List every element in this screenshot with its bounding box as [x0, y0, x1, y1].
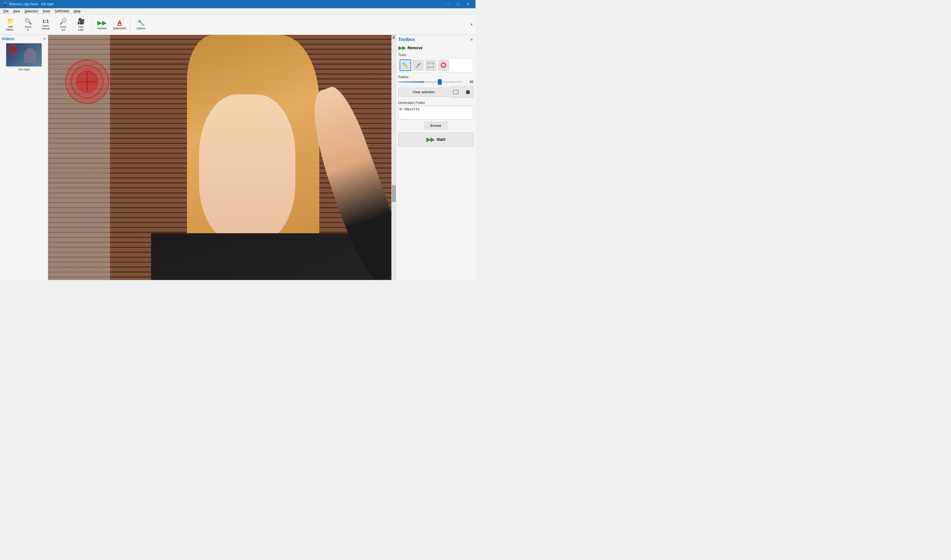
title-bar: 🎬 Remove Logo Now! - Girl.mp4 − □ ✕ — [0, 0, 476, 8]
video-main: ▲ ▼ — [48, 35, 396, 280]
start-label: Start — [437, 137, 446, 142]
menu-bar: File View Selection Tools SoftOrbits Hel… — [0, 8, 476, 14]
minimize-button[interactable]: − — [443, 0, 453, 8]
zoom-normal-label: Zoomnormal — [42, 25, 49, 30]
vscroll-thumb[interactable] — [392, 185, 396, 202]
zoom-in-icon: 🔍 — [25, 18, 32, 25]
video-file-label: Girl.mp4 — [2, 68, 46, 71]
options-icon: 🔧 — [137, 19, 145, 26]
video-scrollbar-vertical[interactable]: ▲ ▼ — [391, 35, 396, 280]
radius-label: Radius — [398, 75, 473, 79]
find-logo-icon: 🎥 — [77, 18, 85, 25]
selection-row: Clear selection ⬛ — [398, 87, 473, 98]
menu-selection[interactable]: Selection — [22, 9, 40, 14]
tools-row: ✏️ 🖌️ ⭕ — [398, 58, 473, 72]
tools-label: Tools — [398, 53, 473, 57]
find-logo-button[interactable]: 🎥 FindLogo — [72, 16, 89, 34]
dest-folder-label: Destination Folder — [398, 101, 473, 105]
zoom-in-button[interactable]: 🔍 Zoomin — [20, 16, 36, 34]
remove-button[interactable]: ▶▶ Remove — [94, 16, 110, 34]
browse-button[interactable]: Browse — [424, 122, 447, 129]
remove-icon: ▶▶ — [97, 19, 107, 26]
videos-panel: Videos ✕ Girl.mp4 — [0, 35, 48, 280]
logo-overlay — [65, 60, 109, 104]
lasso-icon: ⭕ — [440, 62, 446, 68]
toolbox-panel: Toolbox ✕ ▶▶ Remove Tools ✏️ 🖌️ ⭕ — [396, 35, 476, 280]
toolbox-title: Toolbox — [398, 37, 415, 42]
toolbox-close-button[interactable]: ✕ — [470, 37, 473, 42]
videos-panel-close[interactable]: ✕ — [43, 37, 46, 41]
menu-help[interactable]: Help — [71, 9, 83, 14]
video-canvas[interactable] — [48, 35, 391, 280]
menu-file[interactable]: File — [1, 9, 11, 14]
find-logo-label: FindLogo — [78, 26, 84, 31]
zoom-normal-button[interactable]: 1:1 Zoomnormal — [37, 16, 54, 34]
main-layout: Videos ✕ Girl.mp4 — [0, 35, 476, 280]
menu-view[interactable]: View — [11, 9, 22, 14]
remove-section-label: Remove — [408, 46, 422, 50]
app-icon: 🎬 — [3, 2, 8, 6]
options-label: Options — [136, 27, 145, 30]
menu-tools[interactable]: Tools — [40, 9, 52, 14]
watermarks-button[interactable]: A Watermarks — [111, 16, 128, 34]
zoom-out-label: Zoomout — [60, 26, 66, 31]
add-files-button[interactable]: 📁 AddFile(s)... — [2, 16, 19, 34]
remove-label: Remove — [97, 27, 107, 30]
toolbar: 📁 AddFile(s)... 🔍 Zoomin 1:1 Zoomnormal … — [0, 14, 476, 35]
window-title: Remove Logo Now! - Girl.mp4 — [9, 2, 53, 6]
radius-row: 65 — [398, 80, 473, 84]
rect-select-icon — [428, 63, 434, 68]
title-content: 🎬 Remove Logo Now! - Girl.mp4 — [3, 2, 53, 6]
options-button[interactable]: 🔧 Options — [132, 16, 149, 34]
zoom-in-label: Zoomin — [25, 26, 31, 31]
add-files-label: AddFile(s)... — [6, 25, 15, 31]
vscroll-track[interactable] — [392, 39, 396, 280]
start-arrow-icon: ▶▶ — [426, 136, 434, 143]
pencil-icon: ✏️ — [402, 62, 408, 68]
radius-value: 65 — [465, 80, 473, 84]
clear-selection-button[interactable]: Clear selection — [398, 88, 449, 97]
toolbox-section-remove: ▶▶ Remove — [398, 45, 473, 51]
eraser-icon: 🖌️ — [415, 63, 421, 68]
panel-header: Videos ✕ — [2, 37, 46, 41]
start-button[interactable]: ▶▶ Start — [398, 132, 473, 146]
destination-folder-section: Destination Folder D:\Results Browse — [398, 101, 473, 129]
watermarks-label: Watermarks — [113, 27, 126, 30]
zoom-out-button[interactable]: 🔍 Zoomout — [55, 16, 71, 34]
select-all-frames-icon: ⬛ — [466, 90, 470, 94]
radius-slider[interactable] — [398, 82, 463, 83]
menu-softorbits[interactable]: SoftOrbits — [52, 9, 71, 14]
toolbar-separator-1 — [91, 18, 92, 31]
watermarks-icon: A — [117, 19, 122, 26]
pencil-tool-button[interactable]: ✏️ — [400, 59, 411, 71]
window-controls: − □ ✕ — [443, 0, 473, 8]
video-thumbnail[interactable] — [6, 43, 42, 66]
zoom-out-icon: 🔍 — [60, 18, 67, 25]
rect-select-tool-button[interactable] — [425, 59, 437, 71]
select-all-frames-button[interactable]: ⬛ — [462, 87, 473, 98]
logo-cross — [76, 71, 98, 93]
thumbnail-inner — [6, 43, 42, 66]
video-area-wrapper: ▲ ▼ ◀ ▶ — [48, 35, 396, 280]
close-button[interactable]: ✕ — [463, 0, 473, 8]
maximize-button[interactable]: □ — [453, 0, 463, 8]
eraser-tool-button[interactable]: 🖌️ — [412, 59, 424, 71]
vscroll-up-btn[interactable]: ▲ — [392, 35, 396, 39]
radius-section: Radius 65 — [398, 75, 473, 84]
videos-panel-title: Videos — [2, 37, 14, 41]
dest-folder-input[interactable]: D:\Results — [398, 106, 473, 120]
add-files-icon: 📁 — [7, 18, 14, 25]
select-frame-icon — [453, 90, 459, 94]
zoom-normal-icon: 1:1 — [42, 19, 49, 24]
toolbox-header: Toolbox ✕ — [398, 37, 473, 42]
select-frame-button[interactable] — [450, 87, 461, 98]
lasso-tool-button[interactable]: ⭕ — [437, 59, 449, 71]
remove-section-arrow: ▶▶ — [398, 45, 406, 51]
toolbar-collapse-icon[interactable]: ▼ — [470, 23, 473, 26]
